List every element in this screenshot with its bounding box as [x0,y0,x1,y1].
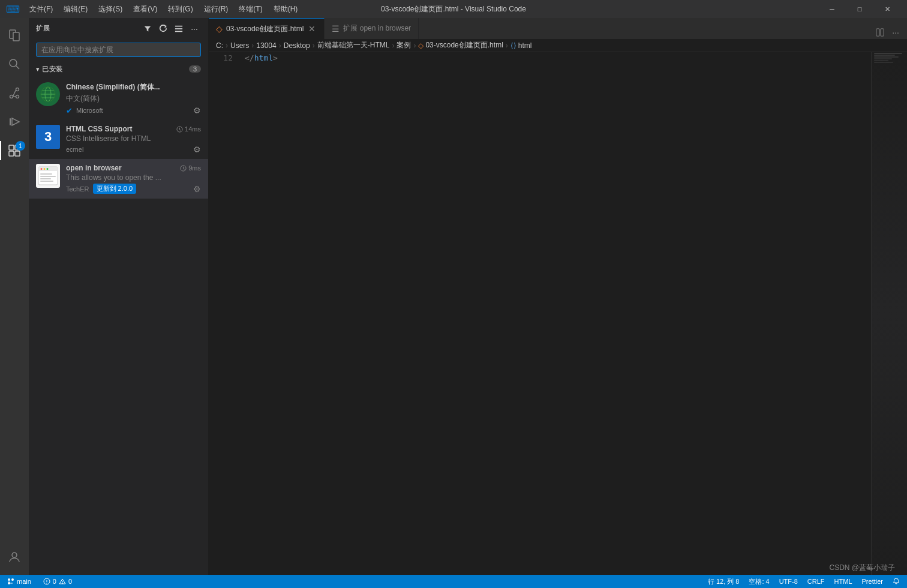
svg-point-40 [8,578,10,581]
activity-item-extensions[interactable]: 1 [0,136,29,165]
tab-icon-file: ◇ [216,24,223,34]
extension-item-openbrowser[interactable]: open in browser 9ms This allows you to o… [29,159,208,199]
extension-info-chinese: Chinese (Simplified) (简体... 中文(简体) ✔ Mic… [66,82,201,115]
filter-button[interactable] [141,22,154,35]
title-bar: ⌨ 文件(F) 编辑(E) 选择(S) 查看(V) 转到(G) 运行(R) 终端… [0,0,907,18]
menu-view[interactable]: 查看(V) [128,3,162,16]
line-numbers: 12 [209,52,239,575]
tab-extension[interactable]: ☰ 扩展 open in browser [325,18,419,39]
menu-goto[interactable]: 转到(G) [163,3,197,16]
extension-item-chinese[interactable]: Chinese (Simplified) (简体... 中文(简体) ✔ Mic… [29,77,208,120]
svg-point-30 [47,168,49,170]
views-button[interactable] [172,22,185,35]
installed-header[interactable]: ▾ 已安装 3 [29,61,208,77]
ext-gear-htmlcss[interactable]: ⚙ [193,145,201,154]
editor-content[interactable]: </html> [239,52,871,575]
refresh-button[interactable] [157,22,170,35]
breadcrumb-filename[interactable]: 03-vscode创建页面.html [425,40,503,50]
breadcrumb-users[interactable]: Users [230,41,249,50]
breadcrumb-desktop[interactable]: Desktop [284,41,310,50]
activity-item-scm[interactable] [0,79,29,107]
svg-line-25 [180,129,181,130]
split-editor-button[interactable] [873,26,887,39]
close-button[interactable]: ✕ [873,0,901,18]
breadcrumb-c[interactable]: C: [216,41,223,50]
status-formatter[interactable]: Prettier [860,575,885,588]
ext-desc-openbrowser: This allows you to open the ... [66,173,201,182]
extension-item-htmlcss[interactable]: 3 HTML CSS Support 14ms CSS Intellisense… [29,120,208,159]
extension-search-input[interactable] [36,43,201,57]
svg-point-2 [10,59,17,67]
ext-desc-htmlcss: CSS Intellisense for HTML [66,134,201,143]
installed-count-badge: 3 [189,65,201,73]
main-layout: 1 扩展 [0,18,907,575]
window-controls: ─ □ ✕ [818,0,901,18]
ext-gear-chinese[interactable]: ⚙ [193,106,201,115]
svg-rect-39 [881,29,884,36]
menu-help[interactable]: 帮助(H) [269,3,303,16]
status-bar: main 0 0 行 12, 列 8 空格: 4 UTF-8 CRLF HTML… [0,575,907,588]
tab-close-file[interactable]: ✕ [307,24,317,34]
svg-rect-11 [9,151,14,156]
sidebar-header: 扩展 [29,18,208,39]
svg-point-41 [11,578,14,581]
menu-terminal[interactable]: 终端(T) [234,3,267,16]
code-line-12: </html> [245,52,865,64]
menu-edit[interactable]: 编辑(E) [59,3,92,16]
breadcrumb-html-element[interactable]: html [518,41,532,50]
breadcrumb-13004[interactable]: 13004 [256,41,276,50]
svg-rect-34 [40,181,53,182]
status-language[interactable]: HTML [832,575,855,588]
tag-bracket-open: </ [245,53,254,62]
activity-item-account[interactable] [0,543,29,572]
breadcrumb-folder[interactable]: 前端基础第一天-HTML [317,40,390,50]
status-position[interactable]: 行 12, 列 8 [705,575,742,588]
extension-icon-chinese [36,82,60,106]
maximize-button[interactable]: □ [846,0,873,18]
status-errors[interactable]: 0 0 [41,575,74,588]
verified-badge-chinese: ✔ [66,106,73,115]
sidebar: 扩展 [29,18,209,575]
status-branch[interactable]: main [5,575,34,588]
svg-rect-38 [876,29,879,36]
activity-item-search[interactable] [0,50,29,79]
ext-name-row-chinese: Chinese (Simplified) (简体... [66,82,201,92]
extension-info-openbrowser: open in browser 9ms This allows you to o… [66,164,201,194]
extension-info-htmlcss: HTML CSS Support 14ms CSS Intellisense f… [66,125,201,154]
menu-run[interactable]: 运行(R) [199,3,233,16]
search-container [29,39,208,61]
more-tabs-button[interactable]: ··· [889,26,902,39]
status-encoding[interactable]: UTF-8 [777,575,800,588]
ext-author-row-htmlcss: ecmel ⚙ [66,145,201,154]
status-line-ending[interactable]: CRLF [805,575,827,588]
menu-file[interactable]: 文件(F) [25,3,58,16]
svg-point-6 [16,95,19,98]
svg-line-3 [16,66,20,70]
menu-select[interactable]: 选择(S) [94,3,127,16]
minimap-content [872,53,907,575]
svg-point-13 [12,553,17,557]
status-notifications[interactable] [890,575,902,588]
chevron-icon: ▾ [36,65,40,73]
ext-gear-openbrowser[interactable]: ⚙ [193,184,201,194]
editor-area: 12 </html> [209,52,907,575]
tab-file[interactable]: ◇ 03-vscode创建页面.html ✕ [209,18,325,39]
svg-point-29 [44,168,46,170]
ext-name-row-htmlcss: HTML CSS Support 14ms [66,125,201,133]
more-button[interactable]: ··· [188,22,201,35]
ext-author-row-openbrowser: TechER 更新到 2.0.0 ⚙ [66,184,201,194]
svg-rect-1 [13,32,19,41]
status-spaces[interactable]: 空格: 4 [746,575,771,588]
breadcrumb-cases[interactable]: 案例 [397,40,411,50]
minimize-button[interactable]: ─ [818,0,846,18]
svg-point-4 [10,95,13,98]
window-title: 03-vscode创建页面.html - Visual Studio Code [381,4,526,14]
extension-icon-openbrowser [36,164,60,188]
svg-line-37 [184,168,185,169]
sidebar-title: 扩展 [36,24,141,33]
activity-item-run[interactable] [0,107,29,136]
activity-bar: 1 [0,18,29,575]
tab-icon-ext: ☰ [332,24,340,34]
update-button-openbrowser[interactable]: 更新到 2.0.0 [93,184,137,194]
activity-item-explorer[interactable] [0,21,29,50]
